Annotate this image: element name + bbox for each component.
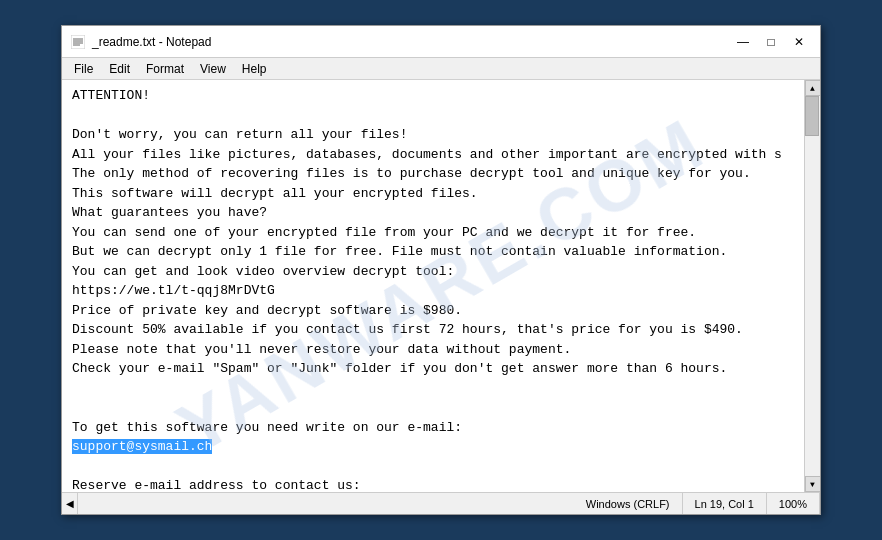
status-encoding: Windows (CRLF) <box>574 493 683 514</box>
status-scroll-left[interactable]: ◀ <box>62 493 78 514</box>
menu-edit[interactable]: Edit <box>101 60 138 78</box>
window-title: _readme.txt - Notepad <box>92 35 730 49</box>
menu-help[interactable]: Help <box>234 60 275 78</box>
app-icon <box>70 34 86 50</box>
menu-file[interactable]: File <box>66 60 101 78</box>
scroll-track[interactable] <box>805 96 820 476</box>
title-bar: _readme.txt - Notepad — □ ✕ <box>62 26 820 58</box>
minimize-button[interactable]: — <box>730 32 756 52</box>
menu-view[interactable]: View <box>192 60 234 78</box>
scroll-down-arrow[interactable]: ▼ <box>805 476 821 492</box>
scroll-up-arrow[interactable]: ▲ <box>805 80 821 96</box>
scroll-thumb[interactable] <box>805 96 819 136</box>
svg-rect-0 <box>71 35 85 49</box>
editor-area: ATTENTION! Don't worry, you can return a… <box>62 80 820 492</box>
notepad-window: _readme.txt - Notepad — □ ✕ File Edit Fo… <box>61 25 821 515</box>
vertical-scrollbar[interactable]: ▲ ▼ <box>804 80 820 492</box>
status-line-col: Ln 19, Col 1 <box>683 493 767 514</box>
close-button[interactable]: ✕ <box>786 32 812 52</box>
text-editor[interactable]: ATTENTION! Don't worry, you can return a… <box>62 80 804 492</box>
status-bar: ◀ Windows (CRLF) Ln 19, Col 1 100% <box>62 492 820 514</box>
status-zoom: 100% <box>767 493 820 514</box>
maximize-button[interactable]: □ <box>758 32 784 52</box>
menu-bar: File Edit Format View Help <box>62 58 820 80</box>
highlighted-email: support@sysmail.ch <box>72 439 212 454</box>
window-controls: — □ ✕ <box>730 32 812 52</box>
menu-format[interactable]: Format <box>138 60 192 78</box>
